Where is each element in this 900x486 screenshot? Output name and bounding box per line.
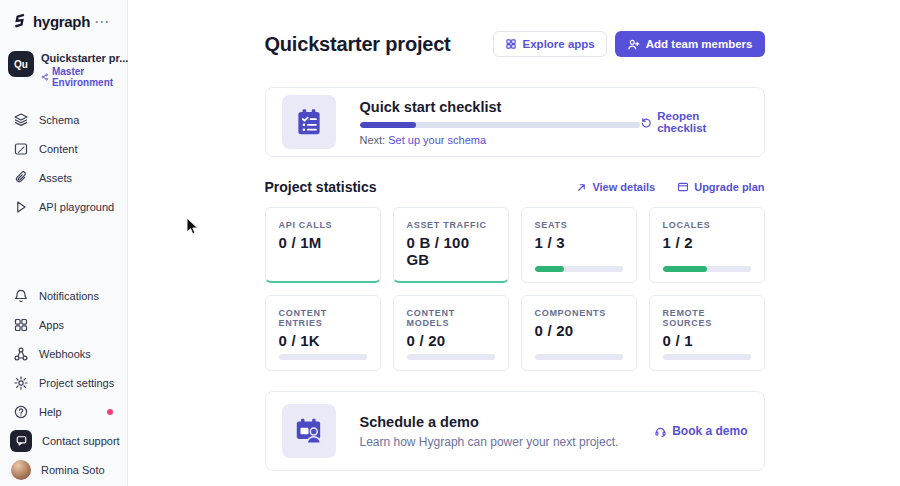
- sidebar-item-help[interactable]: Help: [0, 397, 127, 426]
- stat-card-content-entries: CONTENT ENTRIES 0 / 1K: [265, 295, 381, 371]
- reopen-checklist-link[interactable]: Reopen checklist: [640, 110, 748, 134]
- stat-value: 0 / 1M: [279, 234, 367, 251]
- sidebar-item-contact-support[interactable]: Contact support: [0, 426, 127, 455]
- stats-grid: API CALLS 0 / 1M ASSET TRAFFIC 0 B / 100…: [265, 207, 765, 371]
- webhook-icon: [13, 346, 29, 362]
- sidebar-item-schema[interactable]: Schema: [0, 105, 127, 134]
- page-title: Quickstarter project: [265, 33, 451, 56]
- paperclip-icon: [13, 170, 29, 186]
- sidebar-item-label: Contact support: [42, 435, 120, 447]
- stat-card-components: COMPONENTS 0 / 20: [521, 295, 637, 371]
- app-logo-text: hygraph: [33, 13, 90, 30]
- arrow-up-right-icon: [576, 182, 587, 193]
- person-plus-icon: [627, 38, 640, 51]
- workspace-menu-dots[interactable]: ···: [95, 15, 110, 29]
- sidebar-item-user[interactable]: Romina Soto: [0, 455, 127, 484]
- stat-progress-bar: [279, 354, 367, 360]
- help-notification-badge: [107, 409, 113, 415]
- stat-card-api-calls: API CALLS 0 / 1M: [265, 207, 381, 283]
- sidebar-nav-bottom: Notifications Apps Webhooks Project sett…: [0, 281, 127, 486]
- stat-value: 0 / 20: [407, 332, 495, 349]
- stat-progress-bar: [663, 266, 751, 272]
- grid-icon: [13, 317, 29, 333]
- sidebar-item-project-settings[interactable]: Project settings: [0, 368, 127, 397]
- sidebar-item-label: Webhooks: [39, 348, 91, 360]
- stat-progress-bar: [407, 354, 495, 360]
- checklist-title: Quick start checklist: [360, 99, 640, 115]
- sidebar-item-notifications[interactable]: Notifications: [0, 281, 127, 310]
- stat-value: 0 / 1K: [279, 332, 367, 349]
- sidebar-item-label: Assets: [39, 172, 72, 184]
- undo-icon: [640, 116, 652, 129]
- bell-icon: [13, 288, 29, 304]
- stat-value: 1 / 2: [663, 234, 751, 251]
- project-name: Quickstarter pr...: [41, 52, 128, 64]
- project-avatar[interactable]: Qu: [8, 51, 34, 77]
- project-statistics-header: Project statistics View details Upgrade …: [265, 179, 765, 195]
- stat-value: 0 / 1: [663, 332, 751, 349]
- sidebar-nav-top: Schema Content Assets API playground: [0, 105, 127, 221]
- calendar-person-icon: [292, 414, 326, 448]
- stat-progress-bar: [535, 266, 623, 272]
- book-a-demo-link[interactable]: Book a demo: [654, 424, 747, 438]
- play-icon: [13, 199, 29, 215]
- quick-start-checklist-card: Quick start checklist Next: Set up your …: [265, 87, 765, 157]
- checklist-progress-fill: [360, 122, 416, 128]
- schedule-demo-card: Schedule a demo Learn how Hygraph can po…: [265, 391, 765, 471]
- stat-label: COMPONENTS: [535, 308, 623, 318]
- user-avatar: [11, 460, 31, 480]
- layers-icon: [13, 112, 29, 128]
- stat-card-seats: SEATS 1 / 3: [521, 207, 637, 283]
- help-icon: [13, 404, 29, 420]
- checklist-next-step: Next: Set up your schema: [360, 134, 640, 146]
- stat-value: 1 / 3: [535, 234, 623, 251]
- stat-value: 0 / 20: [535, 322, 623, 339]
- sidebar-spacer: [0, 221, 127, 264]
- stat-label: API CALLS: [279, 220, 367, 230]
- gear-icon: [13, 375, 29, 391]
- hygraph-logo-icon: [12, 13, 29, 30]
- stat-label: CONTENT MODELS: [407, 308, 495, 328]
- stat-label: SEATS: [535, 220, 623, 230]
- sidebar: hygraph ··· Qu Quickstarter pr... Master…: [0, 0, 128, 486]
- stat-progress-bar: [535, 354, 623, 360]
- stat-card-asset-traffic: ASSET TRAFFIC 0 B / 100 GB: [393, 207, 509, 283]
- stat-label: LOCALES: [663, 220, 751, 230]
- view-details-link[interactable]: View details: [576, 181, 655, 193]
- sidebar-item-content[interactable]: Content: [0, 134, 127, 163]
- stat-label: REMOTE SOURCES: [663, 308, 751, 328]
- stat-label: CONTENT ENTRIES: [279, 308, 367, 328]
- sidebar-item-label: API playground: [39, 201, 114, 213]
- sidebar-item-webhooks[interactable]: Webhooks: [0, 339, 127, 368]
- stat-card-remote-sources: REMOTE SOURCES 0 / 1: [649, 295, 765, 371]
- demo-title: Schedule a demo: [360, 414, 619, 430]
- user-name: Romina Soto: [41, 464, 105, 476]
- sidebar-item-label: Apps: [39, 319, 64, 331]
- sidebar-item-label: Content: [39, 143, 78, 155]
- page-header: Quickstarter project Explore apps Add te…: [265, 31, 765, 57]
- checklist-progress-bar: [360, 122, 640, 128]
- sidebar-item-label: Help: [39, 406, 62, 418]
- workspace-header: hygraph ···: [0, 0, 127, 30]
- chat-icon: [15, 434, 28, 447]
- sidebar-item-assets[interactable]: Assets: [0, 163, 127, 192]
- sidebar-item-label: Notifications: [39, 290, 99, 302]
- checklist-icon: [292, 105, 326, 139]
- project-switcher[interactable]: Qu Quickstarter pr... Master Environment: [8, 51, 121, 88]
- sidebar-item-label: Schema: [39, 114, 79, 126]
- headset-icon: [654, 425, 667, 438]
- upgrade-plan-link[interactable]: Upgrade plan: [677, 181, 764, 193]
- environment-selector[interactable]: Master Environment: [41, 66, 128, 88]
- stat-progress-bar: [663, 354, 751, 360]
- grid-icon: [505, 38, 517, 50]
- stat-card-locales: LOCALES 1 / 2: [649, 207, 765, 283]
- sidebar-item-api-playground[interactable]: API playground: [0, 192, 127, 221]
- add-team-members-button[interactable]: Add team members: [615, 31, 765, 57]
- sidebar-item-apps[interactable]: Apps: [0, 310, 127, 339]
- stat-label: ASSET TRAFFIC: [407, 220, 495, 230]
- stat-value: 0 B / 100 GB: [407, 234, 495, 268]
- sidebar-item-label: Project settings: [39, 377, 114, 389]
- branch-icon: [41, 72, 49, 82]
- explore-apps-button[interactable]: Explore apps: [493, 31, 607, 57]
- section-title: Project statistics: [265, 179, 377, 195]
